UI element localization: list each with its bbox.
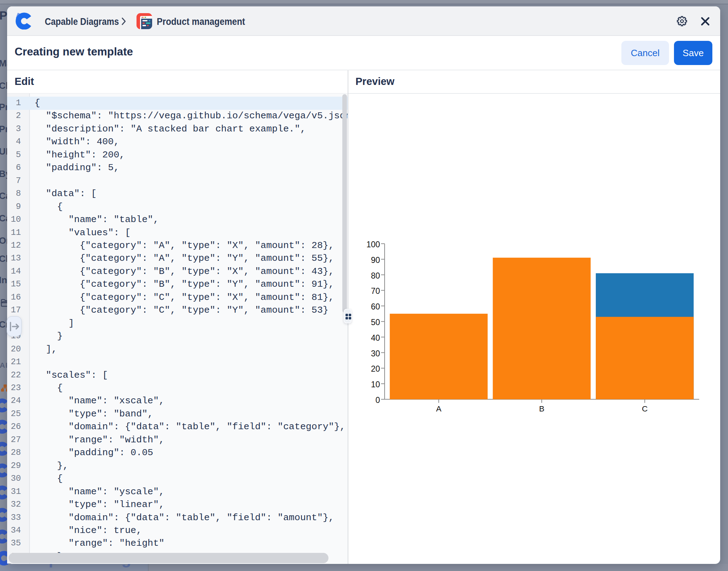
svg-text:50: 50 (371, 318, 380, 327)
svg-text:70: 70 (371, 286, 380, 296)
svg-text:20: 20 (371, 364, 380, 373)
svg-text:80: 80 (371, 271, 380, 280)
svg-text:30: 30 (371, 349, 380, 358)
svg-text:100: 100 (366, 240, 380, 249)
svg-text:0: 0 (375, 395, 380, 405)
svg-text:A: A (436, 404, 441, 413)
svg-text:B: B (539, 404, 544, 413)
svg-text:60: 60 (371, 302, 380, 311)
svg-text:90: 90 (371, 255, 380, 265)
svg-text:C: C (642, 404, 648, 413)
svg-text:40: 40 (371, 333, 380, 343)
svg-text:10: 10 (371, 380, 380, 389)
